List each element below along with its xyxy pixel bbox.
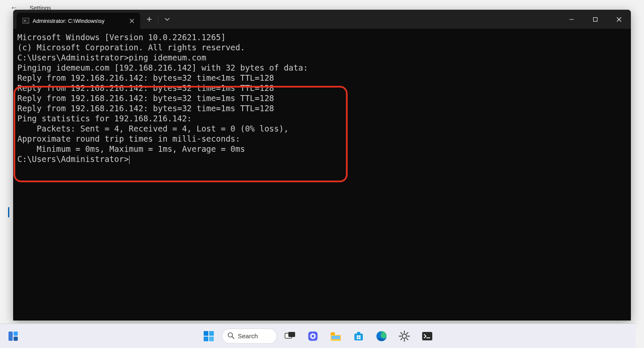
minimize-button[interactable] bbox=[560, 10, 583, 29]
search-icon bbox=[227, 332, 235, 340]
chat-app-icon[interactable] bbox=[303, 326, 323, 346]
new-tab-button[interactable] bbox=[140, 10, 158, 29]
microsoft-store-icon[interactable] bbox=[349, 326, 368, 346]
tab-title: Administrator: C:\Windows\sy bbox=[33, 18, 127, 24]
svg-point-33 bbox=[402, 334, 406, 338]
terminal-line: Reply from 192.168.216.142: bytes=32 tim… bbox=[17, 103, 627, 113]
terminal-line: C:\Users\Administrator>ping idemeum.com bbox=[17, 52, 627, 63]
svg-rect-42 bbox=[422, 332, 432, 340]
svg-rect-16 bbox=[209, 337, 214, 341]
taskbar-search[interactable]: Search bbox=[222, 329, 277, 344]
svg-rect-25 bbox=[332, 336, 340, 339]
settings-app-icon[interactable] bbox=[395, 326, 414, 346]
svg-rect-29 bbox=[359, 335, 360, 337]
svg-text:>_: >_ bbox=[24, 19, 28, 23]
taskbar: Search bbox=[0, 323, 636, 348]
cursor-icon bbox=[129, 156, 130, 164]
svg-rect-15 bbox=[204, 337, 208, 341]
svg-rect-12 bbox=[14, 337, 18, 341]
terminal-line: Approximate round trip times in milli-se… bbox=[17, 134, 627, 144]
svg-line-18 bbox=[232, 337, 234, 339]
widgets-button[interactable] bbox=[3, 326, 23, 346]
svg-rect-28 bbox=[357, 335, 358, 337]
svg-rect-24 bbox=[331, 332, 335, 335]
tabbar-rest bbox=[140, 10, 631, 29]
terminal-line: Reply from 192.168.216.142: bytes=32 tim… bbox=[17, 83, 627, 93]
terminal-line: Packets: Sent = 4, Received = 4, Lost = … bbox=[17, 123, 627, 134]
maximize-button[interactable] bbox=[583, 10, 607, 29]
window-controls bbox=[560, 10, 631, 29]
terminal-line: Microsoft Windows [Version 10.0.22621.12… bbox=[17, 32, 627, 42]
tab-dropdown-button[interactable] bbox=[158, 10, 176, 29]
tabbar-leading-spacer bbox=[13, 10, 17, 29]
svg-line-40 bbox=[406, 332, 408, 334]
terminal-app-icon[interactable] bbox=[417, 326, 437, 346]
svg-line-38 bbox=[401, 332, 402, 334]
svg-rect-31 bbox=[359, 337, 360, 339]
svg-rect-11 bbox=[14, 332, 18, 336]
start-button[interactable] bbox=[199, 326, 218, 346]
tab-active[interactable]: >_ Administrator: C:\Windows\sy bbox=[17, 13, 140, 29]
svg-rect-10 bbox=[8, 332, 13, 341]
svg-rect-7 bbox=[594, 17, 597, 21]
svg-rect-20 bbox=[288, 332, 295, 337]
search-label: Search bbox=[238, 332, 258, 340]
terminal-window: >_ Administrator: C:\Windows\sy bbox=[13, 10, 631, 321]
edge-browser-icon[interactable] bbox=[372, 326, 391, 346]
svg-rect-26 bbox=[354, 334, 363, 340]
terminal-line: (c) Microsoft Corporation. All rights re… bbox=[17, 42, 627, 52]
terminal-body[interactable]: Microsoft Windows [Version 10.0.22621.12… bbox=[13, 29, 631, 321]
tab-close-button[interactable] bbox=[127, 16, 136, 25]
terminal-line: Reply from 192.168.216.142: bytes=32 tim… bbox=[17, 73, 627, 83]
taskbar-center: Search bbox=[199, 326, 437, 346]
svg-rect-27 bbox=[357, 332, 360, 334]
task-view-button[interactable] bbox=[280, 326, 300, 346]
accent-indicator bbox=[8, 207, 9, 217]
terminal-prompt: C:\Users\Administrator> bbox=[17, 154, 627, 164]
close-button[interactable] bbox=[607, 10, 631, 29]
terminal-line: Minimum = 0ms, Maximum = 1ms, Average = … bbox=[17, 144, 627, 154]
titlebar[interactable]: >_ Administrator: C:\Windows\sy bbox=[13, 10, 631, 29]
terminal-line: Reply from 192.168.216.142: bytes=32 tim… bbox=[17, 93, 627, 103]
svg-line-39 bbox=[406, 338, 408, 340]
svg-rect-13 bbox=[204, 331, 208, 336]
svg-line-41 bbox=[401, 338, 402, 340]
svg-rect-14 bbox=[209, 331, 214, 336]
svg-rect-23 bbox=[312, 335, 314, 337]
svg-rect-30 bbox=[357, 337, 358, 339]
terminal-icon: >_ bbox=[22, 17, 29, 24]
terminal-line: Pinging idemeum.com [192.168.216.142] wi… bbox=[17, 63, 627, 73]
file-explorer-icon[interactable] bbox=[326, 326, 345, 346]
terminal-line: Ping statistics for 192.168.216.142: bbox=[17, 113, 627, 123]
